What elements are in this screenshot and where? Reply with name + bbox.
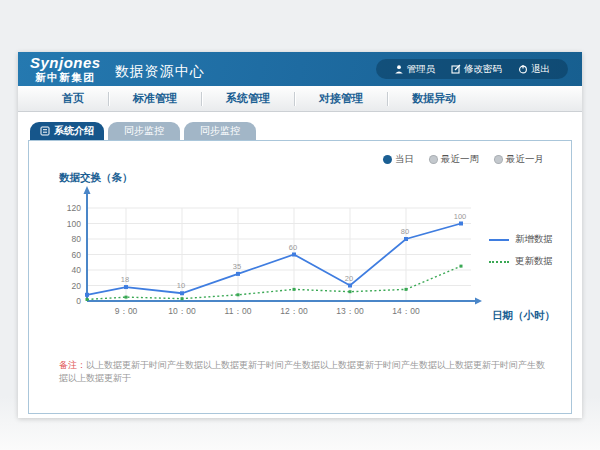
nav-item-1[interactable]: 标准管理 [109, 91, 201, 106]
tab-2[interactable]: 同步监控 [184, 122, 256, 140]
nav-item-4[interactable]: 数据异动 [388, 91, 480, 106]
exchange-chart: 0204060801001209：0010：0011：0012：0013：001… [57, 181, 507, 331]
svg-text:100: 100 [67, 219, 81, 229]
radio-unselected-icon [430, 156, 437, 163]
tab-0-active[interactable]: 系统介绍 [30, 122, 104, 140]
chart-container: 0204060801001209：0010：0011：0012：0013：001… [57, 181, 507, 335]
user-menu-user[interactable]: 管理员 [386, 63, 444, 76]
svg-text:14：00: 14：00 [392, 306, 420, 316]
time-range-option-0[interactable]: 当日 [384, 153, 414, 166]
edit-icon [451, 64, 461, 74]
legend-item-1: 更新数据 [489, 255, 553, 268]
page-title: 数据资源中心 [115, 63, 205, 81]
brand-logo-text: Synjones [30, 55, 101, 70]
svg-text:60: 60 [289, 243, 297, 252]
power-icon [518, 64, 528, 74]
user-menu-edit[interactable]: 修改密码 [443, 63, 510, 76]
system-intro-panel: 当日最近一周最近一月 数据交换（条） 0204060801001209：0010… [28, 140, 572, 414]
radio-unselected-icon [495, 156, 502, 163]
content-area: 系统介绍同步监控同步监控 当日最近一周最近一月 数据交换（条） 02040608… [18, 112, 582, 424]
user-icon [394, 64, 404, 74]
main-nav: 首页标准管理系统管理对接管理数据异动 [18, 86, 582, 112]
footnote-label: 备注： [59, 360, 86, 370]
user-menu: 管理员修改密码退出 [376, 59, 569, 79]
svg-text:13：00: 13：00 [336, 306, 364, 316]
svg-text:120: 120 [67, 203, 81, 213]
svg-text:10：00: 10：00 [168, 306, 196, 316]
time-range-filter: 当日最近一周最近一月 [384, 153, 544, 166]
footnote: 备注：以上数据更新于时间产生数据以上数据更新于时间产生数据以上数据更新于时间产生… [59, 359, 551, 384]
legend-swatch [489, 261, 509, 263]
svg-text:80: 80 [72, 234, 82, 244]
svg-text:12：00: 12：00 [280, 306, 308, 316]
svg-text:100: 100 [454, 212, 467, 221]
user-menu-power[interactable]: 退出 [510, 63, 558, 76]
svg-text:10: 10 [177, 281, 185, 290]
svg-text:9：00: 9：00 [115, 306, 138, 316]
svg-text:80: 80 [401, 227, 409, 236]
svg-text:11：00: 11：00 [225, 306, 252, 316]
page-card: Synjones 新中新集团 数据资源中心 管理员修改密码退出 首页标准管理系统… [18, 52, 582, 418]
time-range-option-1[interactable]: 最近一周 [430, 153, 479, 166]
svg-text:0: 0 [76, 296, 81, 306]
svg-text:40: 40 [72, 265, 82, 275]
svg-text:35: 35 [233, 262, 241, 271]
nav-item-3[interactable]: 对接管理 [295, 91, 387, 106]
footnote-text: 以上数据更新于时间产生数据以上数据更新于时间产生数据以上数据更新于时间产生数据以… [59, 360, 545, 383]
svg-text:60: 60 [72, 250, 82, 260]
brand-logo: Synjones 新中新集团 [30, 55, 101, 83]
brand-logo-subtext: 新中新集团 [35, 72, 95, 83]
app-header: Synjones 新中新集团 数据资源中心 管理员修改密码退出 [18, 52, 582, 86]
tab-bar: 系统介绍同步监控同步监控 [30, 122, 572, 140]
nav-item-2[interactable]: 系统管理 [202, 91, 294, 106]
svg-text:18: 18 [121, 275, 129, 284]
radio-selected-icon [384, 156, 391, 163]
legend-item-0: 新增数据 [489, 233, 553, 246]
doc-icon [40, 126, 50, 136]
time-range-option-2[interactable]: 最近一月 [495, 153, 544, 166]
legend-swatch [489, 239, 509, 241]
svg-text:20: 20 [72, 281, 82, 291]
svg-text:20: 20 [345, 274, 353, 283]
tab-1[interactable]: 同步监控 [108, 122, 180, 140]
chart-legend: 新增数据更新数据 [489, 233, 553, 268]
nav-item-0[interactable]: 首页 [38, 91, 108, 106]
x-axis-title: 日期（小时） [492, 309, 555, 323]
